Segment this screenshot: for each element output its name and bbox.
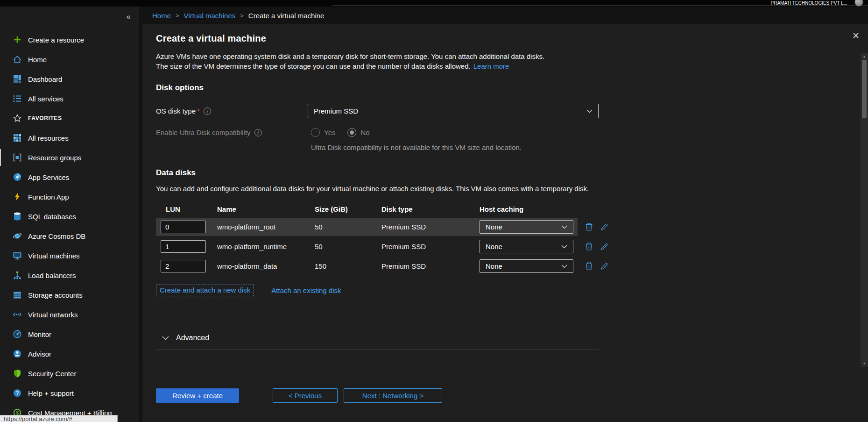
attach-existing-disk-link[interactable]: Attach an existing disk [271,286,341,294]
sidebar-item-label: Virtual machines [28,252,80,260]
sidebar-item-create-a-resource[interactable]: Create a resource [0,30,139,50]
lun-input[interactable] [161,221,206,233]
chevron-down-icon [586,109,593,113]
sidebar-item-virtual-machines[interactable]: Virtual machines [0,246,139,265]
table-row: wmo-platform_runtime 50 Premium SSD None [156,237,861,256]
learn-more-link[interactable]: Learn more [473,62,509,70]
host-caching-dropdown[interactable]: None [480,259,573,273]
edit-disk-icon[interactable] [599,261,609,272]
sidebar-item-advisor[interactable]: Advisor [0,344,139,364]
data-disks-description: You can add and configure additional dat… [156,184,593,194]
help-support-icon: ? [13,388,22,398]
close-icon[interactable]: ✕ [852,30,860,41]
sidebar: « Create a resource Home Dashboard All s… [0,7,139,422]
cosmos-db-icon [13,231,22,241]
sidebar-item-label: Resource groups [28,154,81,162]
intro-text: Azure VMs have one operating system disk… [156,53,614,71]
sidebar-item-label: SQL databases [28,213,76,221]
sidebar-item-azure-cosmos-db[interactable]: Azure Cosmos DB [0,226,139,246]
top-bar-divider [332,6,868,6]
sidebar-item-all-services[interactable]: All services [0,89,139,108]
breadcrumb: Home > Virtual machines > Create a virtu… [142,7,868,24]
radio-selected-icon [347,128,356,137]
sidebar-item-dashboard[interactable]: Dashboard [0,69,139,89]
ultra-disk-radio-no[interactable]: No [347,128,369,137]
sidebar-item-label: Load balancers [28,272,76,279]
disk-name: wmo-platform_data [217,262,315,270]
sidebar-item-label: Dashboard [28,75,62,83]
sidebar-item-all-resources[interactable]: All resources [0,128,139,148]
sidebar-item-resource-groups[interactable]: Resource groups [0,148,139,167]
security-center-icon [13,369,22,378]
advisor-icon [13,349,22,358]
scrollbar-track[interactable] [861,60,868,360]
panel-scrollbar[interactable]: ▲ ▼ [861,53,868,367]
delete-disk-icon[interactable] [584,222,594,232]
sidebar-item-label: Help + support [28,389,74,397]
chevron-down-icon [561,245,567,249]
ultra-disk-radio-group: Yes No [311,128,370,137]
monitor-icon [13,329,22,339]
top-bar: PRAMATI TECHNOLOGIES PVT L... [0,0,868,7]
data-disks-heading: Data disks [156,168,861,178]
sidebar-collapse-icon[interactable]: « [127,12,131,21]
previous-button[interactable]: < Previous [273,388,338,403]
create-and-attach-disk-link[interactable]: Create and attach a new disk [156,285,254,296]
scrollbar-up-icon[interactable]: ▲ [861,53,868,60]
all-services-icon [13,94,22,103]
info-icon[interactable]: i [204,107,211,115]
scrollbar-down-icon[interactable]: ▼ [861,360,868,367]
delete-disk-icon[interactable] [584,261,594,272]
home-icon [13,55,22,64]
advanced-section-toggle[interactable]: Advanced [156,326,599,350]
tenant-name: PRAMATI TECHNOLOGIES PVT L... [771,0,847,6]
next-networking-button[interactable]: Next : Networking > [344,388,442,403]
edit-disk-icon[interactable] [599,222,609,232]
info-icon[interactable]: i [254,129,262,136]
column-header-size: Size (GiB) [315,205,381,213]
sidebar-item-label: Virtual networks [28,311,78,319]
host-caching-dropdown[interactable]: None [480,220,573,234]
sidebar-item-home[interactable]: Home [0,50,139,69]
dashboard-icon [13,74,22,84]
lun-input[interactable] [161,240,206,253]
sidebar-item-load-balancers[interactable]: Load balancers [0,265,139,285]
disk-size: 50 [315,243,381,250]
table-row: wmo-platform_data 150 Premium SSD None [156,257,861,275]
os-disk-type-row: OS disk type * i Premium SSD [156,104,861,118]
sidebar-item-label: Security Center [28,370,76,378]
host-caching-dropdown[interactable]: None [480,240,573,253]
svg-text:$: $ [16,410,19,415]
os-disk-type-dropdown[interactable]: Premium SSD [308,104,599,118]
table-row: wmo-platform_root 50 Premium SSD None [156,218,861,236]
review-create-button[interactable]: Review + create [156,388,239,403]
chevron-down-icon [561,225,567,229]
sidebar-item-storage-accounts[interactable]: Storage accounts [0,285,139,305]
plus-icon [13,35,22,44]
sidebar-item-app-services[interactable]: App Services [0,167,139,187]
disk-links-row: Create and attach a new disk Attach an e… [156,285,861,296]
disk-type: Premium SSD [381,243,480,250]
delete-disk-icon[interactable] [584,242,594,252]
sidebar-favorites-header: FAVORITES [0,108,139,128]
breadcrumb-virtual-machines[interactable]: Virtual machines [184,12,236,20]
svg-text:?: ? [16,390,19,396]
ultra-disk-note: Ultra Disk compatibility is not availabl… [311,143,861,151]
radio-unselected-icon [311,128,320,137]
sidebar-item-function-app[interactable]: Function App [0,187,139,207]
breadcrumb-home[interactable]: Home [152,12,171,20]
ultra-disk-radio-yes[interactable]: Yes [311,128,335,137]
lun-input[interactable] [161,260,206,272]
os-disk-type-label: OS disk type * i [156,107,308,115]
advanced-label: Advanced [176,334,209,342]
sidebar-item-virtual-networks[interactable]: Virtual networks [0,305,139,324]
sidebar-item-monitor[interactable]: Monitor [0,324,139,344]
sidebar-item-sql-databases[interactable]: SQL databases [0,207,139,226]
sidebar-item-help-support[interactable]: ? Help + support [0,383,139,403]
edit-disk-icon[interactable] [599,242,609,252]
scrollbar-thumb[interactable] [862,60,867,118]
chevron-right-icon: > [240,12,244,19]
sidebar-item-security-center[interactable]: Security Center [0,364,139,383]
sidebar-item-label: All services [28,95,64,103]
breadcrumb-current: Create a virtual machine [248,12,325,20]
